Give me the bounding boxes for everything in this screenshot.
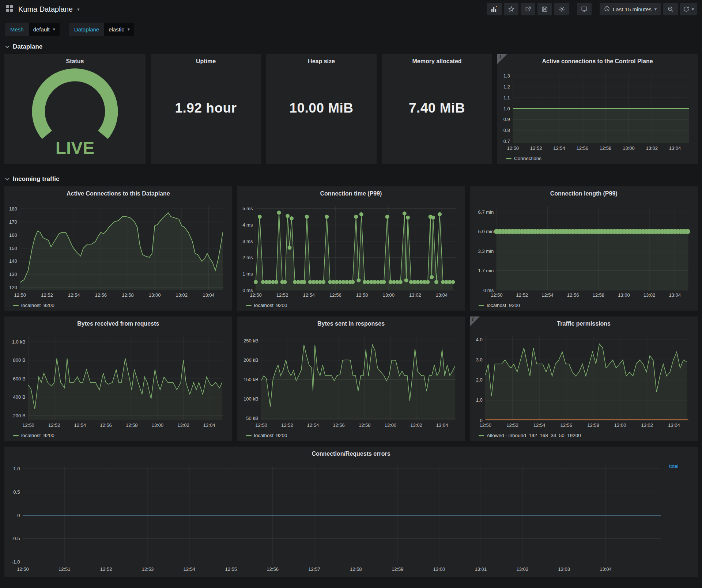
chart-legend[interactable]: localhost_9200 — [246, 303, 287, 308]
save-button[interactable] — [537, 3, 552, 15]
svg-text:12:53: 12:53 — [142, 566, 154, 572]
variable-dataplane-value[interactable]: elastic▾ — [104, 23, 134, 36]
panel-status: Status LIVE — [4, 54, 146, 164]
refresh-interval-caret[interactable]: ▾ — [692, 7, 694, 12]
tv-mode-button[interactable] — [577, 3, 592, 15]
panel-title[interactable]: Memory allocated — [382, 54, 492, 67]
svg-text:12:51: 12:51 — [58, 566, 71, 572]
svg-text:0: 0 — [17, 513, 20, 518]
chart-legend[interactable]: localhost_9200 — [479, 303, 520, 308]
svg-text:12:50: 12:50 — [491, 292, 503, 298]
panel-title[interactable]: Traffic permissions — [470, 316, 698, 329]
chart-legend[interactable]: localhost_9200 — [246, 433, 287, 438]
panel-memory-allocated: Memory allocated 7.40 MiB — [382, 54, 492, 164]
panel-connection-length-p99: Connection length (P99) 12:5012:5212:541… — [470, 186, 698, 311]
time-range-picker[interactable]: Last 15 minutes ▾ — [600, 3, 661, 15]
svg-text:13:00: 13:00 — [382, 292, 395, 298]
svg-text:0 ms: 0 ms — [242, 288, 253, 293]
refresh-button[interactable]: ▾ — [680, 3, 697, 15]
active-connections-chart[interactable]: 12:5012:5212:5412:5612:5813:0013:0213:04… — [7, 202, 228, 299]
svg-text:12:58: 12:58 — [588, 422, 600, 428]
uptime-value: 1.92 hour — [151, 100, 261, 116]
svg-text:13:02: 13:02 — [644, 292, 656, 298]
legend-color-dash — [13, 435, 19, 436]
legend-color-dash — [13, 305, 19, 306]
chart-legend[interactable]: Allowed - inbound_192_168_33_50_19200 — [479, 433, 581, 438]
legend-label: localhost_9200 — [254, 303, 287, 308]
legend-color-dash — [506, 158, 512, 159]
svg-text:0: 0 — [480, 418, 483, 423]
panel-title[interactable]: Uptime — [151, 54, 261, 67]
svg-text:200 kB: 200 kB — [244, 357, 258, 363]
panel-title[interactable]: Status — [4, 54, 146, 67]
section-header-incoming-traffic[interactable]: Incoming traffic — [0, 170, 702, 186]
panel-title[interactable]: Bytes received from requests — [4, 316, 232, 329]
svg-text:13:00: 13:00 — [433, 566, 445, 572]
svg-text:13:03: 13:03 — [558, 566, 570, 572]
panel-info-corner[interactable] — [497, 54, 507, 64]
panel-title[interactable]: Connection/Requests errors — [4, 447, 698, 459]
svg-text:13:02: 13:02 — [410, 422, 422, 428]
svg-text:13:02: 13:02 — [177, 422, 189, 428]
star-button[interactable] — [504, 3, 518, 15]
section-header-dataplane[interactable]: Dataplane — [0, 37, 702, 54]
panel-title[interactable]: Bytes sent in responses — [237, 316, 465, 329]
share-button[interactable] — [521, 3, 535, 15]
svg-text:12:52: 12:52 — [48, 422, 60, 428]
panel-info-corner[interactable] — [470, 316, 480, 326]
settings-gear-button[interactable] — [554, 3, 569, 15]
svg-text:160: 160 — [9, 232, 17, 238]
panel-connection-time-p99: Connection time (P99) 12:5012:5212:5412:… — [237, 186, 465, 311]
zoom-out-button[interactable] — [663, 3, 678, 15]
panel-title[interactable]: Connection time (P99) — [237, 186, 465, 199]
variable-mesh-value[interactable]: default▾ — [29, 23, 60, 36]
chevron-down-icon[interactable]: ▾ — [77, 7, 80, 12]
svg-text:13:04: 13:04 — [669, 292, 681, 298]
info-icon: i — [472, 317, 473, 322]
svg-text:13:04: 13:04 — [669, 145, 681, 151]
svg-text:13:04: 13:04 — [436, 422, 448, 428]
chart-legend[interactable]: localhost_9200 — [13, 303, 54, 308]
svg-text:13:02: 13:02 — [409, 292, 421, 298]
dashboard-grid-icon[interactable] — [5, 4, 14, 14]
svg-text:12:50: 12:50 — [507, 145, 519, 151]
connection-time-chart[interactable]: 12:5012:5212:5412:5612:5813:0013:0213:04… — [239, 202, 461, 299]
svg-text:12:58: 12:58 — [126, 422, 138, 428]
svg-text:12:59: 12:59 — [392, 566, 404, 572]
svg-text:13:04: 13:04 — [668, 422, 680, 428]
legend-color-dash — [479, 305, 484, 306]
chart-legend[interactable]: Connections — [506, 156, 541, 161]
svg-text:1.0 kB: 1.0 kB — [12, 339, 26, 345]
svg-text:12:52: 12:52 — [281, 422, 293, 428]
svg-text:250 kB: 250 kB — [244, 338, 258, 344]
svg-text:12:58: 12:58 — [350, 566, 362, 572]
add-panel-button[interactable] — [487, 3, 502, 15]
svg-text:2.0: 2.0 — [476, 377, 483, 383]
svg-text:120: 120 — [9, 285, 17, 290]
bytes-received-chart[interactable]: 12:5012:5212:5412:5612:5813:0013:0213:04… — [7, 333, 228, 429]
errors-chart[interactable]: 12:5012:5112:5212:5312:5412:5512:5612:57… — [7, 463, 665, 573]
svg-text:1 ms: 1 ms — [242, 271, 253, 277]
chart-legend[interactable]: localhost_9200 — [13, 433, 54, 438]
chart-legend-right[interactable]: total — [669, 463, 693, 469]
variable-dataplane: Dataplane elastic▾ — [69, 23, 134, 36]
panel-title[interactable]: Active Connections to this Dataplane — [4, 186, 232, 199]
control-plane-connections-chart[interactable]: 12:5012:5212:5412:5612:5813:0013:0213:04… — [499, 70, 693, 152]
bytes-sent-chart[interactable]: 12:5012:5212:5412:5612:5813:0013:0213:04… — [239, 333, 461, 429]
panel-title[interactable]: Connection length (P99) — [470, 186, 698, 199]
svg-text:12:56: 12:56 — [100, 422, 112, 428]
panel-title[interactable]: Heap size — [266, 54, 377, 67]
panel-traffic-permissions: i Traffic permissions 12:5012:5212:5412:… — [470, 316, 698, 441]
svg-text:6.7 min: 6.7 min — [478, 209, 494, 215]
panel-title[interactable]: Active connections to the Control Plane — [497, 54, 698, 67]
svg-text:0.5: 0.5 — [13, 489, 20, 495]
connection-length-chart[interactable]: 12:5012:5212:5412:5612:5813:0013:0213:04… — [472, 202, 693, 299]
traffic-permissions-chart[interactable]: 12:5012:5212:5412:5612:5813:0013:0213:04… — [472, 333, 693, 429]
dashboard-title[interactable]: Kuma Dataplane — [18, 5, 73, 14]
svg-text:0.7: 0.7 — [503, 139, 510, 144]
svg-text:4 ms: 4 ms — [242, 222, 253, 228]
legend-label[interactable]: total — [669, 463, 679, 469]
svg-text:13:04: 13:04 — [203, 422, 215, 428]
svg-text:12:56: 12:56 — [567, 292, 579, 298]
svg-text:12:52: 12:52 — [516, 292, 528, 298]
